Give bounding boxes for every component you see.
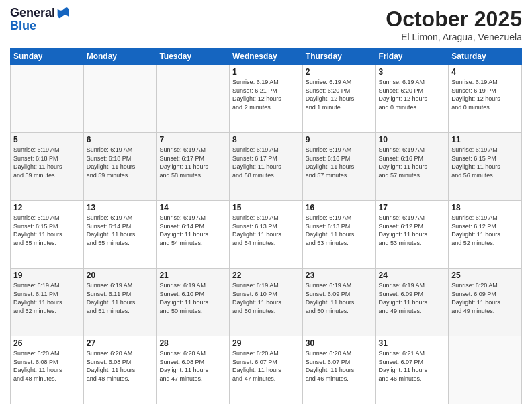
calendar-cell: 15Sunrise: 6:19 AM Sunset: 6:13 PM Dayli… [230,201,303,269]
day-number: 22 [232,271,300,280]
calendar-cell: 27Sunrise: 6:20 AM Sunset: 6:08 PM Dayli… [83,336,157,404]
weekday-header-tuesday: Tuesday [157,48,230,65]
calendar-cell: 14Sunrise: 6:19 AM Sunset: 6:14 PM Dayli… [157,201,230,269]
day-number: 9 [306,135,373,144]
calendar-cell [449,336,522,404]
day-number: 13 [87,203,154,212]
day-info: Sunrise: 6:19 AM Sunset: 6:13 PM Dayligh… [232,214,300,247]
day-number: 28 [159,338,226,348]
calendar-cell [157,65,230,133]
day-info: Sunrise: 6:20 AM Sunset: 6:07 PM Dayligh… [232,349,300,383]
calendar-cell: 12Sunrise: 6:19 AM Sunset: 6:15 PM Dayli… [11,201,84,269]
day-number: 7 [159,135,226,144]
day-number: 4 [451,67,519,77]
week-row-4: 19Sunrise: 6:19 AM Sunset: 6:11 PM Dayli… [11,269,522,336]
calendar-cell: 29Sunrise: 6:20 AM Sunset: 6:07 PM Dayli… [230,336,303,404]
weekday-header-wednesday: Wednesday [230,48,303,65]
day-info: Sunrise: 6:19 AM Sunset: 6:13 PM Dayligh… [306,214,373,247]
logo-text: General [10,7,55,20]
week-row-1: 1Sunrise: 6:19 AM Sunset: 6:21 PM Daylig… [11,65,522,133]
day-info: Sunrise: 6:19 AM Sunset: 6:19 PM Dayligh… [451,78,519,111]
calendar-cell: 16Sunrise: 6:19 AM Sunset: 6:13 PM Dayli… [302,201,375,269]
day-info: Sunrise: 6:19 AM Sunset: 6:15 PM Dayligh… [13,214,81,247]
calendar-cell: 2Sunrise: 6:19 AM Sunset: 6:20 PM Daylig… [302,65,375,133]
day-number: 16 [306,203,373,212]
calendar-cell: 11Sunrise: 6:19 AM Sunset: 6:15 PM Dayli… [449,133,522,201]
day-info: Sunrise: 6:19 AM Sunset: 6:10 PM Dayligh… [232,281,300,315]
day-number: 8 [232,135,300,144]
calendar-cell: 24Sunrise: 6:19 AM Sunset: 6:09 PM Dayli… [375,269,449,336]
weekday-header-sunday: Sunday [11,48,84,65]
calendar-cell: 26Sunrise: 6:20 AM Sunset: 6:08 PM Dayli… [11,336,84,404]
day-number: 18 [451,203,519,212]
day-number: 6 [87,135,154,144]
day-info: Sunrise: 6:19 AM Sunset: 6:15 PM Dayligh… [451,146,519,179]
day-info: Sunrise: 6:19 AM Sunset: 6:21 PM Dayligh… [232,78,300,111]
day-number: 15 [232,203,300,212]
day-number: 30 [306,338,373,348]
day-number: 23 [306,271,373,280]
calendar-cell: 17Sunrise: 6:19 AM Sunset: 6:12 PM Dayli… [375,201,449,269]
calendar-cell: 20Sunrise: 6:19 AM Sunset: 6:11 PM Dayli… [83,269,157,336]
logo: General Blue [10,7,70,33]
day-info: Sunrise: 6:20 AM Sunset: 6:08 PM Dayligh… [13,349,81,383]
day-info: Sunrise: 6:19 AM Sunset: 6:16 PM Dayligh… [379,146,446,179]
calendar-cell: 8Sunrise: 6:19 AM Sunset: 6:17 PM Daylig… [230,133,303,201]
weekday-header-row: SundayMondayTuesdayWednesdayThursdayFrid… [11,48,522,65]
day-number: 17 [379,203,446,212]
day-number: 5 [13,135,81,144]
calendar-cell: 21Sunrise: 6:19 AM Sunset: 6:10 PM Dayli… [157,269,230,336]
month-title: October 2025 [386,7,522,32]
day-number: 26 [13,338,81,348]
weekday-header-saturday: Saturday [449,48,522,65]
day-number: 2 [306,67,373,77]
calendar-cell: 1Sunrise: 6:19 AM Sunset: 6:21 PM Daylig… [230,65,303,133]
day-info: Sunrise: 6:20 AM Sunset: 6:07 PM Dayligh… [306,349,373,383]
day-info: Sunrise: 6:20 AM Sunset: 6:08 PM Dayligh… [159,349,226,383]
day-number: 10 [379,135,446,144]
calendar-cell: 4Sunrise: 6:19 AM Sunset: 6:19 PM Daylig… [449,65,522,133]
calendar-cell: 30Sunrise: 6:20 AM Sunset: 6:07 PM Dayli… [302,336,375,404]
calendar-cell: 31Sunrise: 6:21 AM Sunset: 6:07 PM Dayli… [375,336,449,404]
calendar-cell: 19Sunrise: 6:19 AM Sunset: 6:11 PM Dayli… [11,269,84,336]
day-info: Sunrise: 6:19 AM Sunset: 6:11 PM Dayligh… [87,281,154,315]
day-info: Sunrise: 6:19 AM Sunset: 6:17 PM Dayligh… [232,146,300,179]
day-info: Sunrise: 6:19 AM Sunset: 6:20 PM Dayligh… [379,78,446,111]
day-number: 29 [232,338,300,348]
day-info: Sunrise: 6:19 AM Sunset: 6:20 PM Dayligh… [306,78,373,111]
calendar-cell: 18Sunrise: 6:19 AM Sunset: 6:12 PM Dayli… [449,201,522,269]
header: General Blue October 2025 El Limon, Arag… [10,7,522,42]
page: General Blue October 2025 El Limon, Arag… [0,0,532,411]
weekday-header-monday: Monday [83,48,157,65]
calendar-cell: 22Sunrise: 6:19 AM Sunset: 6:10 PM Dayli… [230,269,303,336]
day-info: Sunrise: 6:19 AM Sunset: 6:18 PM Dayligh… [87,146,154,179]
day-info: Sunrise: 6:20 AM Sunset: 6:08 PM Dayligh… [87,349,154,383]
calendar-cell: 5Sunrise: 6:19 AM Sunset: 6:18 PM Daylig… [11,133,84,201]
calendar-cell [83,65,157,133]
day-info: Sunrise: 6:19 AM Sunset: 6:09 PM Dayligh… [379,281,446,315]
calendar-cell: 25Sunrise: 6:20 AM Sunset: 6:09 PM Dayli… [449,269,522,336]
logo-blue: Blue [10,19,70,33]
weekday-header-friday: Friday [375,48,449,65]
day-info: Sunrise: 6:19 AM Sunset: 6:12 PM Dayligh… [379,214,446,247]
day-number: 24 [379,271,446,280]
calendar-cell: 6Sunrise: 6:19 AM Sunset: 6:18 PM Daylig… [83,133,157,201]
day-number: 21 [159,271,226,280]
day-info: Sunrise: 6:19 AM Sunset: 6:18 PM Dayligh… [13,146,81,179]
calendar-cell: 28Sunrise: 6:20 AM Sunset: 6:08 PM Dayli… [157,336,230,404]
day-info: Sunrise: 6:19 AM Sunset: 6:11 PM Dayligh… [13,281,81,315]
day-number: 19 [13,271,81,280]
weekday-header-thursday: Thursday [302,48,375,65]
day-info: Sunrise: 6:19 AM Sunset: 6:14 PM Dayligh… [159,214,226,247]
day-info: Sunrise: 6:19 AM Sunset: 6:16 PM Dayligh… [306,146,373,179]
day-info: Sunrise: 6:20 AM Sunset: 6:09 PM Dayligh… [451,281,519,315]
location: El Limon, Aragua, Venezuela [386,32,522,42]
day-number: 14 [159,203,226,212]
day-number: 3 [379,67,446,77]
calendar: SundayMondayTuesdayWednesdayThursdayFrid… [10,48,522,404]
calendar-cell: 3Sunrise: 6:19 AM Sunset: 6:20 PM Daylig… [375,65,449,133]
day-number: 25 [451,271,519,280]
logo-icon [56,7,70,20]
day-info: Sunrise: 6:19 AM Sunset: 6:12 PM Dayligh… [451,214,519,247]
week-row-2: 5Sunrise: 6:19 AM Sunset: 6:18 PM Daylig… [11,133,522,201]
